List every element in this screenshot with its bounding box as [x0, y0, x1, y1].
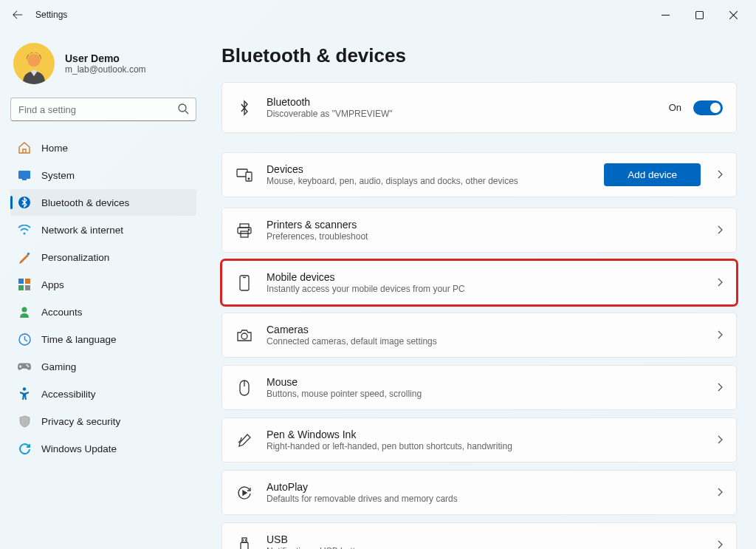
nav-item-privacy[interactable]: Privacy & security	[10, 408, 196, 434]
svg-point-14	[27, 364, 28, 366]
home-icon	[18, 141, 31, 154]
search-input[interactable]	[10, 98, 196, 121]
bluetooth-toggle[interactable]	[693, 100, 723, 115]
search-icon	[177, 103, 189, 117]
apps-icon	[18, 278, 31, 291]
nav-item-network[interactable]: Network & internet	[10, 216, 196, 243]
card-subtitle: Buttons, mouse pointer speed, scrolling	[267, 389, 422, 399]
card-title: AutoPlay	[267, 481, 458, 493]
chevron-icon	[717, 329, 723, 342]
setting-card-autoplay[interactable]: AutoPlayDefaults for removable drives an…	[221, 470, 737, 515]
setting-card-printer[interactable]: Printers & scannersPreferences, troubles…	[221, 208, 737, 253]
nav-item-time[interactable]: Time & language	[10, 326, 196, 352]
setting-card-camera[interactable]: CamerasConnected cameras, default image …	[221, 313, 737, 358]
svg-point-2	[179, 104, 186, 112]
add-device-button[interactable]: Add device	[604, 163, 701, 186]
main-panel: Bluetooth & devices Bluetooth Discoverab…	[207, 30, 756, 549]
svg-point-23	[248, 229, 250, 231]
nav-label: System	[41, 170, 75, 181]
printer-icon	[236, 222, 253, 239]
nav-item-accounts[interactable]: Accounts	[10, 299, 196, 325]
svg-rect-11	[25, 285, 30, 290]
close-button[interactable]	[716, 3, 750, 27]
nav-label: Privacy & security	[41, 416, 120, 427]
nav-label: Gaming	[41, 361, 76, 372]
bluetooth-icon	[18, 196, 31, 209]
bluetooth-state: On	[669, 102, 681, 113]
card-title: Mouse	[267, 376, 422, 388]
svg-rect-9	[25, 279, 30, 284]
mouse-icon	[236, 379, 253, 397]
nav-label: Network & internet	[41, 225, 123, 236]
nav-item-bluetooth[interactable]: Bluetooth & devices	[10, 189, 196, 216]
setting-card-pen[interactable]: Pen & Windows InkRight-handed or left-ha…	[221, 417, 737, 463]
svg-point-1	[27, 54, 40, 67]
nav-item-apps[interactable]: Apps	[10, 271, 196, 298]
svg-rect-30	[241, 542, 248, 550]
nav-item-personalization[interactable]: Personalization	[10, 244, 196, 270]
profile-name: User Demo	[65, 52, 146, 64]
chevron-icon	[717, 276, 723, 290]
network-icon	[18, 223, 31, 236]
sidebar: User Demo m_lab@outlook.com HomeSystemBl…	[0, 30, 207, 549]
update-icon	[18, 442, 31, 455]
maximize-button[interactable]	[682, 3, 716, 27]
svg-point-6	[24, 233, 26, 235]
avatar	[13, 43, 55, 84]
nav-item-gaming[interactable]: Gaming	[10, 353, 196, 380]
nav-item-system[interactable]: System	[10, 162, 196, 188]
card-subtitle: Instantly access your mobile devices fro…	[267, 284, 465, 294]
card-title: Printers & scanners	[267, 219, 368, 231]
nav-label: Accounts	[41, 307, 83, 318]
system-icon	[18, 168, 31, 182]
chevron-icon	[717, 486, 723, 499]
card-subtitle: Preferences, troubleshoot	[267, 231, 368, 242]
card-title: Mobile devices	[267, 271, 465, 283]
privacy-icon	[18, 415, 31, 428]
devices-card[interactable]: Devices Mouse, keyboard, pen, audio, dis…	[221, 152, 737, 197]
bluetooth-subtitle: Discoverable as "VMPREVIEW"	[267, 109, 393, 119]
svg-rect-3	[18, 171, 30, 179]
nav-item-update[interactable]: Windows Update	[10, 435, 196, 462]
nav-list: HomeSystemBluetooth & devicesNetwork & i…	[10, 134, 196, 462]
chevron-icon	[717, 224, 723, 237]
chevron-icon	[717, 381, 723, 395]
profile[interactable]: User Demo m_lab@outlook.com	[13, 43, 193, 84]
setting-card-usb[interactable]: USBNotifications, USB battery saver	[221, 522, 737, 549]
usb-icon	[236, 536, 253, 550]
accessibility-icon	[18, 387, 31, 400]
autoplay-icon	[236, 484, 253, 502]
pen-icon	[236, 432, 253, 449]
svg-rect-0	[695, 11, 703, 18]
back-button[interactable]	[6, 3, 30, 27]
chevron-icon	[717, 539, 723, 550]
nav-label: Bluetooth & devices	[41, 197, 129, 208]
svg-point-19	[248, 178, 250, 180]
card-title: USB	[267, 533, 391, 545]
svg-rect-20	[240, 224, 249, 228]
svg-rect-4	[22, 179, 27, 180]
card-title: Pen & Windows Ink	[267, 429, 512, 440]
profile-email: m_lab@outlook.com	[65, 64, 146, 75]
personalization-icon	[18, 250, 31, 264]
bluetooth-card[interactable]: Bluetooth Discoverable as "VMPREVIEW" On	[221, 82, 737, 133]
svg-point-16	[23, 387, 26, 390]
nav-label: Home	[41, 143, 68, 154]
setting-card-mouse[interactable]: MouseButtons, mouse pointer speed, scrol…	[221, 365, 737, 410]
card-title: Cameras	[267, 324, 437, 335]
card-subtitle: Connected cameras, default image setting…	[267, 336, 437, 347]
nav-label: Windows Update	[41, 443, 117, 454]
window-title: Settings	[35, 10, 67, 20]
page-title: Bluetooth & devices	[221, 44, 737, 67]
bluetooth-icon	[236, 99, 253, 117]
nav-item-home[interactable]: Home	[10, 134, 196, 161]
svg-rect-22	[241, 231, 248, 237]
bluetooth-title: Bluetooth	[267, 96, 393, 108]
nav-label: Accessibility	[41, 389, 96, 400]
nav-label: Apps	[41, 279, 64, 290]
minimize-button[interactable]	[648, 3, 682, 27]
nav-item-accessibility[interactable]: Accessibility	[10, 381, 196, 407]
svg-rect-10	[18, 285, 24, 290]
setting-card-phone[interactable]: Mobile devicesInstantly access your mobi…	[221, 260, 737, 305]
accounts-icon	[18, 305, 31, 318]
